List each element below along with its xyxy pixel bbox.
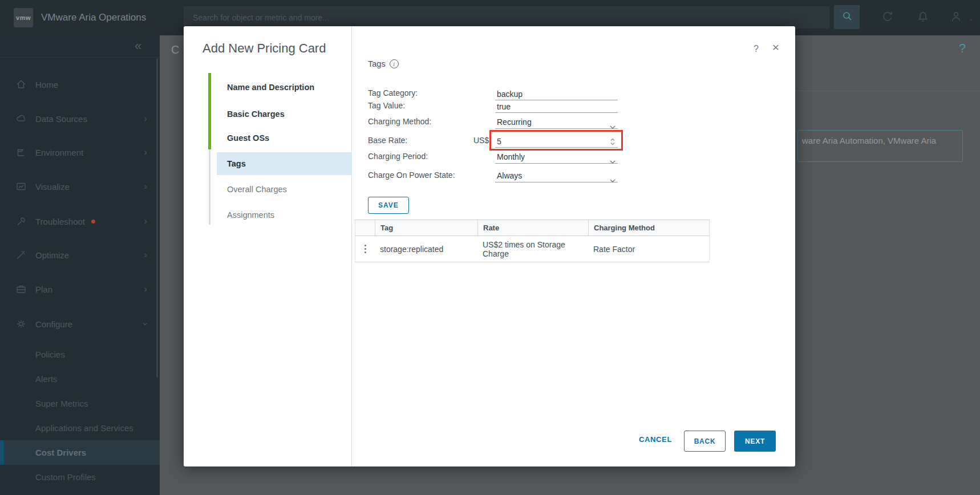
search-input[interactable]: [184, 6, 829, 29]
back-button[interactable]: BACK: [684, 431, 726, 452]
nav-label: Environment: [35, 148, 83, 157]
logo-text: vmw: [16, 14, 31, 21]
pending-steps-track: [209, 149, 210, 225]
wizard-steps-pane: Add New Pricing Card Name and Descriptio…: [184, 26, 352, 466]
nav-label: Configure: [35, 319, 72, 329]
sidebar-item-environment[interactable]: Environment ›: [0, 140, 160, 165]
chevron-down-icon: ›: [140, 322, 151, 326]
add-new-pricing-card-modal: Add New Pricing Card Name and Descriptio…: [184, 26, 795, 466]
modal-title: Add New Pricing Card: [203, 41, 326, 56]
nav-label: Custom Profiles: [35, 472, 96, 482]
table-row: storage:replicated US$2 times on Storage…: [355, 236, 710, 262]
sidebar-scrollbar[interactable]: [156, 58, 158, 378]
nav-label: Alerts: [35, 374, 57, 384]
number-stepper-icon[interactable]: [610, 137, 615, 148]
charging-method-select[interactable]: Recurring: [495, 117, 618, 129]
tag-category-field: [495, 88, 618, 100]
sidebar-item-visualize[interactable]: Visualize ›: [0, 174, 160, 199]
save-button[interactable]: SAVE: [368, 197, 409, 214]
cancel-button[interactable]: CANCEL: [639, 435, 672, 444]
active-item-bar: [0, 440, 4, 465]
app-title: VMware Aria Operations: [41, 0, 146, 35]
modal-help-icon[interactable]: ?: [754, 44, 759, 54]
notifications-button[interactable]: [914, 9, 932, 27]
chevron-down-icon: ⌄: [969, 15, 974, 22]
tag-value-input[interactable]: [495, 101, 618, 112]
tag-value-label: Tag Value:: [368, 101, 488, 110]
chevron-down-icon: [609, 121, 616, 132]
optimize-icon: [15, 249, 27, 261]
vmware-logo: vmw: [14, 8, 33, 27]
chevron-right-icon: ›: [144, 181, 147, 192]
handle-column-header: [355, 220, 375, 236]
sidebar-item-home[interactable]: Home: [0, 72, 160, 97]
step-basic-charges[interactable]: Basic Charges: [217, 103, 352, 125]
cell-tag: storage:replicated: [375, 236, 477, 262]
step-tags[interactable]: Tags: [217, 152, 352, 175]
user-menu-button[interactable]: [947, 9, 965, 27]
charge-on-power-state-select[interactable]: Always: [495, 171, 618, 182]
base-rate-label: Base Rate:: [368, 136, 488, 145]
tags-table: Tag Rate Charging Method storage:replica…: [355, 220, 710, 262]
sidebar-item-custom-profiles[interactable]: Custom Profiles: [0, 465, 160, 489]
panel-heading: Tags i: [368, 59, 399, 68]
home-icon: [15, 79, 27, 90]
user-icon: [950, 10, 962, 25]
nav-label: Troubleshoot: [35, 217, 85, 226]
refresh-button[interactable]: [878, 9, 897, 27]
tag-category-input[interactable]: [495, 88, 618, 100]
row-kebab-menu-icon[interactable]: [365, 245, 366, 253]
table-header-row: Tag Rate Charging Method: [355, 220, 710, 236]
sidebar-item-applications-and-services[interactable]: Applications and Services: [0, 416, 160, 440]
sidebar-item-troubleshoot[interactable]: Troubleshoot ›: [0, 209, 160, 234]
info-icon[interactable]: i: [390, 59, 399, 68]
global-search[interactable]: [184, 6, 829, 29]
chevron-right-icon: ›: [144, 216, 147, 227]
step-label: Basic Charges: [227, 109, 285, 119]
collapse-sidebar-icon[interactable]: «: [135, 39, 141, 54]
nav-label: Applications and Services: [35, 423, 133, 433]
alert-status-dot: [91, 220, 95, 224]
troubleshoot-icon: [15, 216, 27, 227]
step-name-and-description[interactable]: Name and Description: [217, 76, 352, 99]
nav-label: Super Metrics: [35, 399, 88, 408]
refresh-icon: [881, 10, 894, 25]
sidebar-item-cost-drivers[interactable]: Cost Drivers: [0, 440, 160, 465]
column-header-rate: Rate: [477, 220, 588, 236]
banner-text: ware Aria Automation, VMware Aria: [802, 136, 936, 145]
base-rate-field: [495, 136, 618, 148]
search-button[interactable]: [834, 5, 860, 29]
sidebar-item-optimize[interactable]: Optimize ›: [0, 242, 160, 267]
close-icon[interactable]: ×: [772, 40, 779, 54]
cell-charging-method: Rate Factor: [588, 236, 709, 262]
charging-period-value: Monthly: [497, 152, 525, 161]
charging-period-label: Charging Period:: [368, 152, 488, 161]
step-assignments[interactable]: Assignments: [217, 204, 352, 226]
sidebar-item-super-metrics[interactable]: Super Metrics: [0, 391, 160, 416]
sidebar-item-alerts[interactable]: Alerts: [0, 367, 160, 391]
page-title-partial: C: [171, 43, 179, 56]
sidebar-item-policies[interactable]: Policies: [0, 342, 160, 367]
sidebar-item-data-sources[interactable]: Data Sources ›: [0, 106, 160, 131]
step-label: Assignments: [227, 210, 274, 220]
next-button[interactable]: NEXT: [734, 431, 776, 452]
step-overall-charges[interactable]: Overall Charges: [217, 178, 352, 201]
sidebar-item-configure[interactable]: Configure ›: [0, 311, 160, 336]
nav-label: Plan: [35, 285, 52, 294]
visualize-icon: [15, 181, 27, 192]
tag-value-field: [495, 101, 618, 113]
bell-icon: [917, 10, 929, 25]
step-guest-oss[interactable]: Guest OSs: [217, 127, 352, 149]
sidebar-item-plan[interactable]: Plan ›: [0, 277, 160, 302]
step-label: Overall Charges: [227, 185, 287, 194]
page-toolbar-divider: [795, 91, 980, 91]
panel-heading-text: Tags: [368, 59, 386, 68]
charging-period-select[interactable]: Monthly: [495, 152, 618, 164]
tag-category-label: Tag Category:: [368, 88, 488, 98]
currency-prefix: US$: [473, 136, 489, 145]
page-help-icon[interactable]: ?: [959, 41, 966, 56]
nav-label: Policies: [35, 350, 65, 359]
chevron-down-icon: [609, 175, 616, 185]
base-rate-input[interactable]: [495, 136, 618, 147]
chevron-down-icon: [609, 156, 616, 167]
